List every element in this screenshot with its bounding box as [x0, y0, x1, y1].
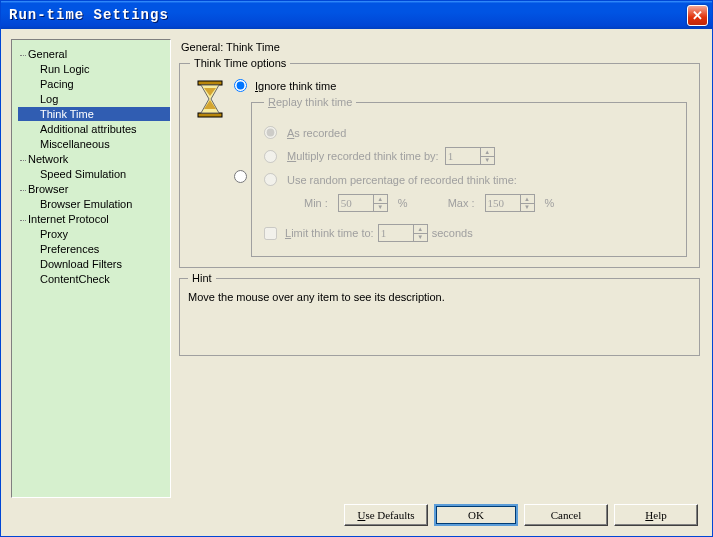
replay-radio-input[interactable]: [234, 170, 247, 183]
ok-button[interactable]: OK: [434, 504, 518, 526]
tree-item-preferences[interactable]: Preferences: [18, 242, 170, 256]
max-percent: %: [545, 197, 555, 209]
replay-legend: Replay think time: [264, 96, 356, 108]
random-radio[interactable]: Use random percentage of recorded think …: [264, 173, 674, 186]
page-title: General: Think Time: [181, 41, 702, 53]
seconds-label: seconds: [432, 227, 473, 239]
multiply-label: Multiply recorded think time by:: [287, 150, 439, 162]
ignore-think-time-radio[interactable]: Ignore think time: [234, 79, 689, 92]
spin-down-icon[interactable]: ▼: [414, 234, 427, 242]
tree-cat-general[interactable]: General: [18, 48, 170, 60]
min-label: Min :: [304, 197, 328, 209]
window-title: Run-time Settings: [9, 7, 687, 23]
limit-checkbox[interactable]: Limit think time to: ▲▼ seconds: [264, 224, 674, 242]
runtime-settings-window: Run-time Settings ✕ General Run Logic Pa…: [0, 0, 713, 537]
multiply-value[interactable]: [446, 148, 480, 164]
svg-rect-1: [198, 113, 222, 117]
hint-legend: Hint: [188, 272, 216, 284]
tree-item-proxy[interactable]: Proxy: [18, 227, 170, 241]
think-time-options-group: Think Time options Ignore: [179, 57, 700, 268]
ignore-radio-input[interactable]: [234, 79, 247, 92]
tree-item-log[interactable]: Log: [18, 92, 170, 106]
hourglass-icon: [194, 79, 226, 119]
multiply-input[interactable]: [264, 150, 277, 163]
hint-text: Move the mouse over any item to see its …: [188, 291, 691, 303]
tree-item-download-filters[interactable]: Download Filters: [18, 257, 170, 271]
max-spinner[interactable]: ▲▼: [485, 194, 535, 212]
multiply-spinner[interactable]: ▲▼: [445, 147, 495, 165]
limit-value[interactable]: [379, 225, 413, 241]
replay-group: Replay think time As recorded Multiply r…: [251, 96, 687, 257]
min-percent: %: [398, 197, 408, 209]
spin-up-icon[interactable]: ▲: [374, 195, 387, 204]
min-max-row: Min : ▲▼ % Max :: [304, 194, 674, 212]
cancel-button[interactable]: Cancel: [524, 504, 608, 526]
tree-item-think-time[interactable]: Think Time: [18, 107, 170, 121]
as-recorded-label: As recorded: [287, 127, 346, 139]
tree-item-pacing[interactable]: Pacing: [18, 77, 170, 91]
spin-up-icon[interactable]: ▲: [481, 148, 494, 157]
close-icon[interactable]: ✕: [687, 5, 708, 26]
tree-item-contentcheck[interactable]: ContentCheck: [18, 272, 170, 286]
tree-cat-internet-protocol[interactable]: Internet Protocol: [18, 213, 170, 225]
max-label: Max :: [448, 197, 475, 209]
spin-up-icon[interactable]: ▲: [521, 195, 534, 204]
random-input[interactable]: [264, 173, 277, 186]
as-recorded-input[interactable]: [264, 126, 277, 139]
options-legend: Think Time options: [190, 57, 290, 69]
help-button[interactable]: Help: [614, 504, 698, 526]
max-value[interactable]: [486, 195, 520, 211]
titlebar[interactable]: Run-time Settings ✕: [1, 1, 712, 29]
use-defaults-button[interactable]: Use Defaults: [344, 504, 428, 526]
min-spinner[interactable]: ▲▼: [338, 194, 388, 212]
nav-tree[interactable]: General Run Logic Pacing Log Think Time …: [11, 39, 171, 498]
tree-cat-browser[interactable]: Browser: [18, 183, 170, 195]
min-value[interactable]: [339, 195, 373, 211]
tree-item-additional-attributes[interactable]: Additional attributes: [18, 122, 170, 136]
spin-down-icon[interactable]: ▼: [481, 157, 494, 165]
content-panel: General: Think Time Think Time options: [177, 39, 702, 498]
replay-think-time-radio[interactable]: Replay think time As recorded Multiply r…: [234, 96, 689, 257]
svg-rect-0: [198, 81, 222, 85]
as-recorded-radio[interactable]: As recorded: [264, 126, 674, 139]
tree-item-miscellaneous[interactable]: Miscellaneous: [18, 137, 170, 151]
spin-up-icon[interactable]: ▲: [414, 225, 427, 234]
multiply-radio[interactable]: Multiply recorded think time by: ▲▼: [264, 147, 674, 165]
spin-down-icon[interactable]: ▼: [374, 204, 387, 212]
tree-cat-network[interactable]: Network: [18, 153, 170, 165]
limit-check-input[interactable]: [264, 227, 277, 240]
tree-item-speed-simulation[interactable]: Speed Simulation: [18, 167, 170, 181]
ignore-label: Ignore think time: [255, 80, 336, 92]
tree-item-browser-emulation[interactable]: Browser Emulation: [18, 197, 170, 211]
limit-spinner[interactable]: ▲▼: [378, 224, 428, 242]
random-label: Use random percentage of recorded think …: [287, 174, 656, 186]
limit-label: Limit think time to:: [285, 227, 374, 239]
button-row: Use Defaults OK Cancel Help: [11, 498, 702, 526]
tree-item-run-logic[interactable]: Run Logic: [18, 62, 170, 76]
client-area: General Run Logic Pacing Log Think Time …: [1, 29, 712, 536]
spin-down-icon[interactable]: ▼: [521, 204, 534, 212]
hint-box: Hint Move the mouse over any item to see…: [179, 278, 700, 356]
